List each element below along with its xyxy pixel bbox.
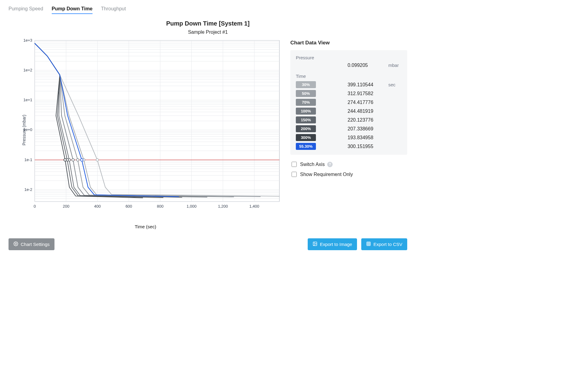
pressure-value: 0.099205 [348,63,387,68]
series-time-value: 193.834958 [348,135,387,140]
export-image-button[interactable]: Export to Image [308,238,357,250]
svg-text:200: 200 [63,204,69,209]
tab-pump-down-time[interactable]: Pump Down Time [52,6,93,14]
svg-text:600: 600 [125,204,132,209]
data-row: 70%274.417776 [296,99,402,106]
show-requirement-only-label: Show Requirement Only [300,172,353,177]
help-icon[interactable]: ? [327,162,333,167]
series-tag[interactable]: 300% [296,134,316,141]
svg-point-84 [15,243,16,244]
svg-point-76 [96,159,98,161]
series-tag[interactable]: 55.30% [296,143,316,150]
chart-settings-label: Chart Settings [21,242,50,247]
data-row: 55.30%300.151955 [296,143,402,150]
series-line [35,43,143,198]
svg-text:400: 400 [94,204,101,209]
export-csv-button[interactable]: Export to CSV [361,238,407,250]
svg-point-86 [314,243,315,243]
series-line [35,43,207,197]
sidebar-title: Chart Data View [290,40,407,46]
data-row: 100%244.481919 [296,108,402,115]
chart-data-panel: Pressure 0.099205 mbar Time 30%399.11054… [290,50,407,155]
table-icon [366,241,371,247]
svg-point-79 [72,159,74,161]
export-image-label: Export to Image [320,242,352,247]
export-csv-label: Export to CSV [373,242,402,247]
switch-axis-checkbox[interactable]: Switch Axis ? [290,161,407,168]
data-row: 300%193.834958 [296,134,402,141]
series-time-value: 399.110544 [348,82,387,88]
x-axis-label: Time (sec) [9,224,282,229]
svg-rect-87 [367,242,370,246]
tab-bar: Pumping SpeedPump Down TimeThroughput [9,6,407,14]
data-row: 30%399.110544sec [296,81,402,88]
image-icon [313,241,317,247]
gear-icon [13,241,18,247]
series-time-value: 207.338669 [348,126,387,132]
chart-settings-button[interactable]: Chart Settings [9,238,54,250]
svg-text:1e+3: 1e+3 [23,38,32,43]
chart-title: Pump Down Time [System 1] [9,20,407,27]
svg-text:1e-2: 1e-2 [24,187,32,192]
tab-pumping-speed[interactable]: Pumping Speed [9,6,43,14]
pressure-time-chart[interactable]: 1e-21e-11e+01e+11e+21e+302004006008001,0… [9,37,282,214]
chart-subtitle: Sample Project #1 [9,29,407,35]
series-time-value: 312.917582 [348,91,387,96]
series-tag[interactable]: 30% [296,81,316,88]
data-row: 150%220.123776 [296,116,402,123]
svg-text:1e+2: 1e+2 [23,68,32,72]
show-requirement-only-checkbox[interactable]: Show Requirement Only [290,171,407,178]
data-row: 50%312.917582 [296,90,402,97]
svg-text:1,400: 1,400 [249,204,259,209]
series-tag[interactable]: 70% [296,99,316,106]
series-line [35,43,179,197]
series-time-value: 300.151955 [348,144,387,149]
svg-point-82 [64,159,66,161]
series-tag[interactable]: 50% [296,90,316,97]
pressure-unit: mbar [387,63,402,68]
series-tag[interactable]: 150% [296,116,316,123]
y-axis-label: Pressure (mbar) [22,115,26,145]
tab-throughput[interactable]: Throughput [101,6,126,14]
series-time-value: 274.417776 [348,100,387,105]
time-label: Time [296,74,402,79]
chart-block: Pressure (mbar) 1e-21e-11e+01e+11e+21e+3… [9,37,282,229]
series-line [35,43,261,197]
series-time-value: 220.123776 [348,117,387,123]
svg-point-78 [76,159,79,161]
svg-text:1,200: 1,200 [218,204,228,209]
series-time-value: 244.481919 [348,109,387,114]
switch-axis-label: Switch Axis [300,162,325,167]
pressure-label: Pressure [296,55,402,60]
series-time-unit: sec [387,82,402,87]
svg-text:1e-1: 1e-1 [24,157,32,162]
series-line [35,43,234,197]
svg-point-83 [80,159,83,161]
svg-text:1e+1: 1e+1 [23,98,32,102]
series-tag[interactable]: 100% [296,108,316,115]
svg-text:800: 800 [157,204,163,209]
data-row: 200%207.338669 [296,125,402,132]
svg-text:0: 0 [33,204,36,209]
svg-text:1,000: 1,000 [187,204,197,209]
series-tag[interactable]: 200% [296,125,316,132]
